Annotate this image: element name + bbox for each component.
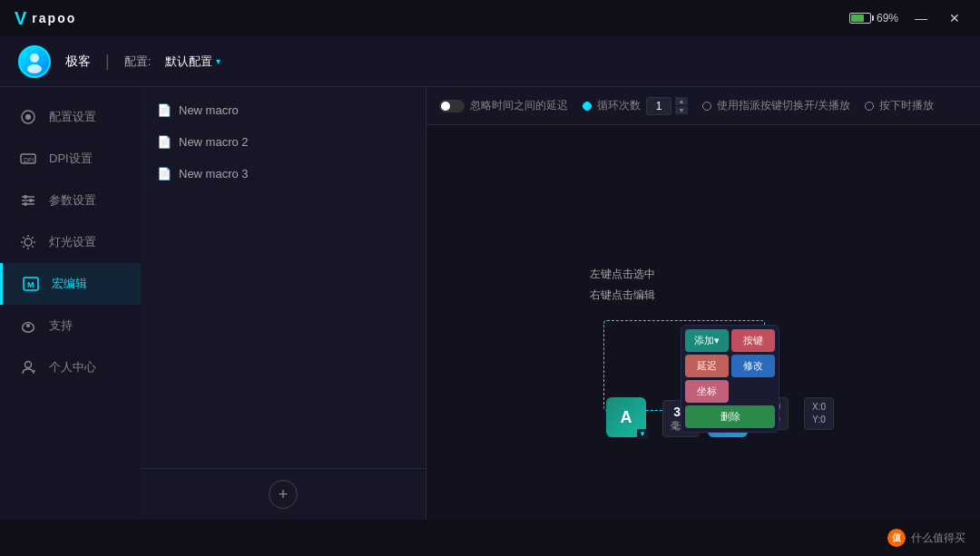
- use-key-label: 使用指派按键切换开/关播放: [717, 98, 850, 113]
- config-value-text: 默认配置: [165, 54, 212, 70]
- editor-toolbar: 忽略时间之间的延迟 循环次数 ▲ ▼ 使用指派按键切换开/关播放: [426, 87, 980, 125]
- macro-list: 📄 New macro 📄 New macro 2 📄 New macro 3: [141, 87, 426, 468]
- ctx-add-button[interactable]: 添加▾: [685, 329, 729, 352]
- key-node-a-arrow: ▼: [637, 429, 648, 439]
- sidebar-item-dpi-label: DPI设置: [49, 151, 93, 167]
- user-name: 极客: [65, 54, 91, 70]
- press-play-label: 按下时播放: [879, 98, 934, 113]
- svg-line-18: [32, 246, 33, 247]
- coord-node-2: X:0 Y:0: [804, 397, 834, 430]
- logo-text: rapoo: [32, 11, 76, 25]
- loop-count-wrapper: ▲ ▼: [646, 97, 688, 115]
- sidebar-item-dpi[interactable]: DPI DPI设置: [0, 138, 141, 180]
- title-bar-right: 69% — ✕: [849, 9, 965, 27]
- macro-list-panel: 📄 New macro 📄 New macro 2 📄 New macro 3 …: [141, 87, 426, 520]
- key-node-a-label: A: [621, 408, 632, 427]
- config-selector[interactable]: 默认配置 ▾: [165, 54, 220, 70]
- sidebar-item-support[interactable]: 支持: [0, 305, 141, 346]
- svg-text:DPI: DPI: [24, 157, 34, 163]
- sidebar-item-light[interactable]: 灯光设置: [0, 221, 141, 263]
- watermark-text: 什么值得买: [911, 531, 965, 546]
- svg-point-24: [25, 362, 32, 368]
- svg-point-23: [26, 324, 30, 327]
- spin-down-button[interactable]: ▼: [675, 106, 688, 114]
- ctx-modify-button[interactable]: 修改: [731, 355, 775, 377]
- sidebar-item-params-label: 参数设置: [49, 192, 96, 209]
- config-icon: [18, 107, 38, 127]
- hint-line1: 左键点击选中: [590, 266, 655, 283]
- loop-count-input[interactable]: [646, 97, 671, 115]
- profile-icon: [18, 357, 38, 377]
- svg-point-1: [27, 64, 42, 73]
- editor-panel: 忽略时间之间的延迟 循环次数 ▲ ▼ 使用指派按键切换开/关播放: [426, 87, 980, 520]
- svg-point-12: [24, 239, 32, 246]
- battery-pct: 69%: [877, 12, 898, 24]
- coord2-y: Y:0: [812, 414, 826, 426]
- press-play-item[interactable]: 按下时播放: [865, 98, 934, 113]
- macro-icon: M: [21, 274, 41, 294]
- header-bar: 极客 | 配置: 默认配置 ▾: [0, 36, 980, 87]
- macro-item-1[interactable]: 📄 New macro: [141, 94, 426, 126]
- sidebar-item-profile[interactable]: 个人中心: [0, 346, 141, 388]
- svg-line-19: [32, 237, 33, 238]
- sidebar-item-macro[interactable]: M 宏编辑: [0, 263, 141, 305]
- svg-line-20: [23, 246, 24, 247]
- macro-item-3[interactable]: 📄 New macro 3: [141, 158, 426, 190]
- sidebar-item-profile-label: 个人中心: [49, 359, 96, 376]
- svg-line-17: [23, 237, 24, 238]
- battery-info: 69%: [849, 12, 898, 24]
- macro-item-2[interactable]: 📄 New macro 2: [141, 126, 426, 158]
- ignore-delay-label: 忽略时间之间的延迟: [470, 98, 568, 113]
- context-menu: 按键 添加▾ 延迟 修改 坐标 删除: [681, 325, 779, 433]
- use-key-radio[interactable]: [702, 102, 711, 111]
- loop-count-item: 循环次数 ▲ ▼: [583, 97, 688, 115]
- main-content: 📄 New macro 📄 New macro 2 📄 New macro 3 …: [141, 87, 980, 520]
- svg-point-3: [25, 114, 31, 120]
- logo-v-icon: V: [15, 8, 26, 29]
- sidebar-item-config[interactable]: 配置设置: [0, 96, 141, 138]
- sidebar-item-light-label: 灯光设置: [49, 234, 96, 250]
- svg-point-0: [30, 54, 39, 63]
- minimize-button[interactable]: —: [909, 9, 933, 27]
- header-divider: |: [105, 52, 110, 71]
- ctx-delay-button[interactable]: 延迟: [685, 355, 729, 377]
- spin-buttons: ▲ ▼: [675, 97, 688, 114]
- sidebar-item-macro-label: 宏编辑: [52, 276, 87, 292]
- macro-item-3-label: New macro 3: [179, 167, 249, 180]
- sidebar-item-params[interactable]: 参数设置: [0, 180, 141, 221]
- ignore-delay-toggle[interactable]: [439, 100, 465, 112]
- battery-fill: [851, 15, 864, 22]
- ignore-delay-toggle-item[interactable]: 忽略时间之间的延迟: [439, 98, 568, 113]
- press-play-radio[interactable]: [865, 102, 874, 111]
- watermark: 值 什么值得买: [887, 529, 965, 547]
- macro-list-footer: +: [141, 468, 426, 520]
- macro-item-1-label: New macro: [179, 103, 239, 117]
- ctx-key-button[interactable]: 按键: [731, 329, 775, 352]
- file-icon-2: 📄: [157, 135, 172, 149]
- file-icon-1: 📄: [157, 103, 172, 117]
- watermark-icon: 值: [887, 529, 906, 547]
- svg-text:M: M: [27, 280, 34, 289]
- editor-canvas: 左键点击选中 右键点击编辑 A ▼ 34 毫秒 A: [426, 125, 980, 520]
- spin-up-button[interactable]: ▲: [675, 97, 688, 105]
- config-label: 配置:: [124, 54, 152, 70]
- macro-node-a[interactable]: A ▼: [606, 397, 646, 437]
- add-macro-button[interactable]: +: [269, 480, 298, 509]
- key-node-a[interactable]: A ▼: [606, 397, 646, 437]
- svg-point-9: [24, 195, 27, 199]
- sidebar-item-config-label: 配置设置: [49, 109, 96, 125]
- title-bar: V rapoo 69% — ✕: [0, 0, 980, 36]
- macro-item-2-label: New macro 2: [179, 135, 249, 149]
- avatar: [18, 45, 51, 78]
- svg-point-11: [24, 202, 27, 206]
- file-icon-3: 📄: [157, 167, 172, 180]
- loop-radio[interactable]: [583, 102, 592, 111]
- close-button[interactable]: ✕: [944, 9, 965, 27]
- context-hint: 左键点击选中 右键点击编辑: [590, 266, 655, 304]
- loop-label: 循环次数: [597, 98, 641, 113]
- bottom-bar: 值 什么值得买: [0, 520, 980, 556]
- ctx-coord-button[interactable]: 坐标: [685, 380, 729, 403]
- use-key-item[interactable]: 使用指派按键切换开/关播放: [702, 98, 850, 113]
- title-bar-left: V rapoo: [15, 8, 76, 29]
- ctx-delete-button[interactable]: 删除: [685, 405, 775, 428]
